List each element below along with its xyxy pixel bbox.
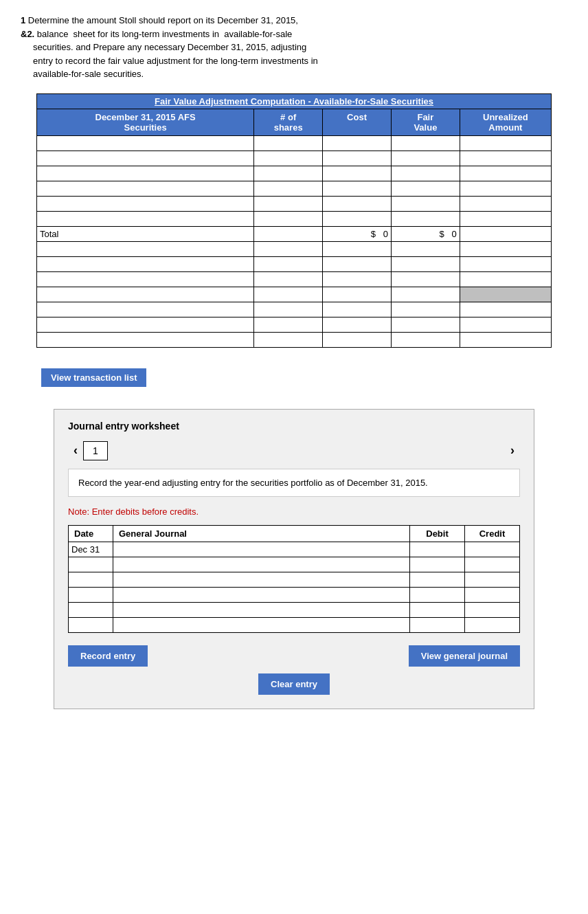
journal-debit-6[interactable] — [410, 618, 465, 633]
journal-date-6[interactable] — [69, 618, 113, 633]
fv-extra-col5[interactable] — [460, 241, 551, 256]
fv-unrealized-cell[interactable] — [460, 196, 551, 211]
fv-extra-col4 — [391, 256, 460, 271]
journal-date-4[interactable] — [69, 588, 113, 603]
fv-col-header-2: # ofshares — [254, 109, 323, 135]
fv-fv-cell[interactable] — [391, 135, 460, 151]
fv-shares-cell[interactable] — [254, 151, 323, 166]
journal-credit-3[interactable] — [465, 572, 520, 588]
fv-extra-col1[interactable] — [37, 332, 254, 347]
fv-extra-col2 — [254, 302, 323, 317]
journal-row-5 — [69, 603, 520, 618]
fv-extra-col3 — [323, 332, 392, 347]
fv-extra-col1[interactable] — [37, 271, 254, 287]
fv-unrealized-cell[interactable] — [460, 135, 551, 151]
journal-debit-3[interactable] — [410, 572, 465, 588]
fv-col-header-5: UnrealizedAmount — [460, 109, 551, 135]
problem-text-line5: available-for-sale securities. — [21, 69, 144, 79]
fv-security-cell[interactable] — [37, 135, 254, 151]
fv-extra-col1[interactable] — [37, 256, 254, 271]
fv-shares-cell[interactable] — [254, 166, 323, 181]
fv-extra-col3 — [323, 287, 392, 302]
journal-row-6 — [69, 618, 520, 633]
fv-extra-col4 — [391, 271, 460, 287]
fv-extra-col1[interactable] — [37, 287, 254, 302]
fv-unrealized-cell[interactable] — [460, 166, 551, 181]
fv-security-cell[interactable] — [37, 151, 254, 166]
clear-entry-button[interactable]: Clear entry — [258, 673, 330, 695]
col-header-date: Date — [69, 526, 113, 542]
journal-table: Date General Journal Debit Credit Dec 31 — [68, 525, 520, 633]
fv-fv-cell[interactable] — [391, 196, 460, 211]
fv-extra-col5[interactable] — [460, 302, 551, 317]
fv-shares-cell[interactable] — [254, 196, 323, 211]
journal-debit-2[interactable] — [410, 557, 465, 572]
journal-date-2[interactable] — [69, 557, 113, 572]
fv-shares-cell[interactable] — [254, 211, 323, 226]
problem-text-line4: entry to record the fair value adjustmen… — [21, 56, 318, 66]
problem-text-line2: balance sheet for its long-term investme… — [37, 29, 292, 39]
fv-shares-cell[interactable] — [254, 181, 323, 196]
fv-fv-cell[interactable] — [391, 211, 460, 226]
journal-gj-4[interactable] — [113, 588, 410, 603]
journal-credit-5[interactable] — [465, 603, 520, 618]
fv-unrealized-cell[interactable] — [460, 211, 551, 226]
view-general-journal-button[interactable]: View general journal — [409, 645, 520, 667]
fv-fv-cell[interactable] — [391, 166, 460, 181]
fv-security-cell[interactable] — [37, 196, 254, 211]
journal-credit-2[interactable] — [465, 557, 520, 572]
fv-security-cell[interactable] — [37, 166, 254, 181]
fv-extra-col4 — [391, 302, 460, 317]
fv-extra-col5[interactable] — [460, 271, 551, 287]
fv-extra-col5[interactable] — [460, 332, 551, 347]
table-row — [37, 332, 552, 347]
journal-gj-2[interactable] — [113, 557, 410, 572]
fv-shares-total — [254, 226, 323, 241]
fv-cost-cell[interactable] — [323, 135, 392, 151]
fv-extra-col1[interactable] — [37, 241, 254, 256]
fv-cost-cell[interactable] — [323, 166, 392, 181]
prev-arrow-button[interactable]: ‹ — [68, 443, 83, 458]
journal-debit-4[interactable] — [410, 588, 465, 603]
fv-extra-col2 — [254, 256, 323, 271]
journal-gj-3[interactable] — [113, 572, 410, 588]
fv-cost-cell[interactable] — [323, 196, 392, 211]
journal-gj-1[interactable] — [113, 542, 410, 557]
journal-credit-6[interactable] — [465, 618, 520, 633]
fv-extra-col4 — [391, 332, 460, 347]
fv-unrealized-cell[interactable] — [460, 181, 551, 196]
record-entry-button[interactable]: Record entry — [68, 645, 148, 667]
journal-row-1: Dec 31 — [69, 542, 520, 557]
fv-cost-total: $ 0 — [323, 226, 392, 241]
fv-extra-col1[interactable] — [37, 317, 254, 332]
fv-unrealized-cell[interactable] — [460, 151, 551, 166]
journal-gj-6[interactable] — [113, 618, 410, 633]
fv-fv-cell[interactable] — [391, 181, 460, 196]
fv-extra-col4 — [391, 241, 460, 256]
fv-extra-col1[interactable] — [37, 302, 254, 317]
journal-credit-4[interactable] — [465, 588, 520, 603]
fv-cost-cell[interactable] — [323, 151, 392, 166]
fv-fv-cell[interactable] — [391, 151, 460, 166]
fair-value-section: Fair Value Adjustment Computation - Avai… — [36, 93, 552, 348]
clear-entry-wrapper: Clear entry — [68, 673, 520, 695]
journal-date-3[interactable] — [69, 572, 113, 588]
fv-extra-col5[interactable] — [460, 256, 551, 271]
journal-debit-5[interactable] — [410, 603, 465, 618]
fv-cost-cell[interactable] — [323, 181, 392, 196]
fv-unrealized-total[interactable] — [460, 226, 551, 241]
view-transaction-button[interactable]: View transaction list — [41, 368, 146, 387]
table-row — [37, 302, 552, 317]
journal-date-5[interactable] — [69, 603, 113, 618]
fv-security-cell[interactable] — [37, 211, 254, 226]
journal-credit-1[interactable] — [465, 542, 520, 557]
fv-security-cell[interactable] — [37, 181, 254, 196]
table-row — [37, 211, 552, 226]
journal-gj-5[interactable] — [113, 603, 410, 618]
fv-cost-cell[interactable] — [323, 211, 392, 226]
problem-number-1: 1 — [21, 15, 25, 25]
journal-debit-1[interactable] — [410, 542, 465, 557]
fv-extra-col5[interactable] — [460, 317, 551, 332]
fv-shares-cell[interactable] — [254, 135, 323, 151]
next-arrow-button[interactable]: › — [505, 443, 520, 458]
